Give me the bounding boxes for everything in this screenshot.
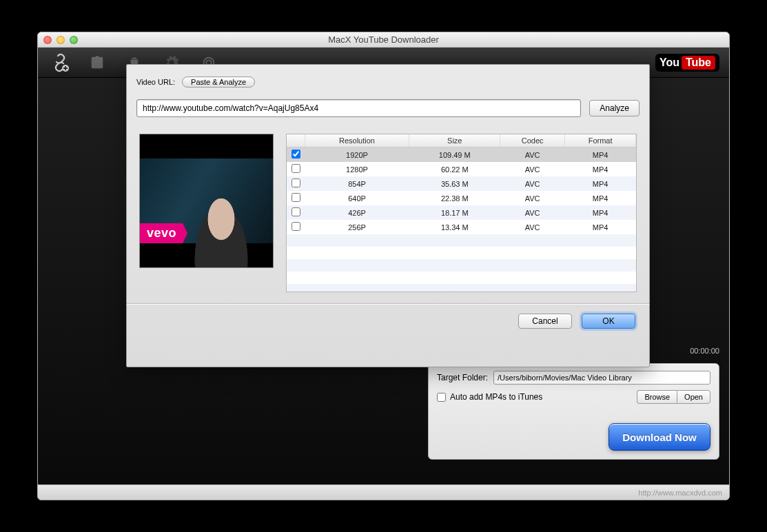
format-table: Resolution Size Codec Format 1920P109.49…	[286, 134, 637, 292]
table-row[interactable]: 426P18.17 MAVCMP4	[287, 205, 636, 220]
add-link-icon[interactable]	[48, 50, 72, 75]
youtube-logo: YouTube	[655, 54, 719, 72]
close-icon[interactable]	[43, 36, 52, 44]
traffic-lights	[43, 36, 78, 44]
cell-codec: AVC	[500, 162, 565, 176]
cell-resolution: 640P	[305, 191, 409, 205]
cell-format: MP4	[565, 147, 636, 163]
paste-icon[interactable]	[85, 50, 110, 75]
cancel-button[interactable]: Cancel	[518, 314, 572, 329]
browse-button[interactable]: Browse	[637, 390, 677, 404]
footer: http://www.macxdvd.com	[38, 484, 729, 500]
youtube-logo-suffix: Tube	[682, 56, 715, 70]
window-title: MacX YouTube Downloader	[328, 34, 439, 45]
titlebar: MacX YouTube Downloader	[38, 32, 729, 48]
video-url-label: Video URL:	[136, 78, 175, 86]
open-button[interactable]: Open	[677, 390, 710, 404]
zoom-icon[interactable]	[70, 36, 78, 44]
footer-url: http://www.macxdvd.com	[638, 489, 722, 497]
table-row[interactable]: 256P13.34 MAVCMP4	[287, 220, 636, 234]
table-row[interactable]: 1920P109.49 MAVCMP4	[287, 147, 636, 163]
app-window: MacX YouTube Downloader YouTube 00:00:00	[37, 32, 730, 500]
video-thumbnail: vevo	[139, 134, 274, 268]
url-input[interactable]	[136, 99, 581, 117]
cell-resolution: 1920P	[305, 147, 409, 163]
youtube-logo-prefix: You	[659, 57, 679, 69]
target-folder-input[interactable]	[493, 371, 710, 385]
row-checkbox[interactable]	[292, 193, 300, 202]
cell-codec: AVC	[500, 191, 565, 205]
cell-size: 13.34 M	[409, 220, 500, 234]
cell-format: MP4	[565, 205, 636, 220]
analyze-dialog: Video URL: Paste & Analyze Analyze vevo …	[126, 64, 650, 367]
cell-format: MP4	[565, 162, 636, 176]
row-checkbox[interactable]	[292, 164, 300, 173]
row-checkbox[interactable]	[292, 207, 300, 216]
cell-size: 22.38 M	[409, 191, 500, 205]
auto-itunes-checkbox[interactable]	[437, 393, 446, 402]
cell-format: MP4	[565, 176, 636, 191]
auto-itunes-label: Auto add MP4s to iTunes	[450, 392, 542, 402]
minimize-icon[interactable]	[57, 36, 65, 44]
row-checkbox[interactable]	[292, 178, 300, 187]
table-row[interactable]: 854P35.63 MAVCMP4	[287, 176, 636, 191]
timecode: 00:00:00	[690, 347, 719, 355]
col-resolution: Resolution	[305, 134, 409, 147]
cell-codec: AVC	[500, 147, 565, 163]
table-row[interactable]: 640P22.38 MAVCMP4	[287, 191, 636, 205]
download-now-button[interactable]: Download Now	[609, 423, 710, 451]
cell-size: 18.17 M	[409, 205, 500, 220]
cell-codec: AVC	[500, 176, 565, 191]
col-size: Size	[409, 134, 500, 147]
analyze-button[interactable]: Analyze	[589, 100, 640, 116]
cell-codec: AVC	[500, 220, 565, 234]
cell-codec: AVC	[500, 205, 565, 220]
col-format: Format	[565, 134, 636, 147]
cell-size: 109.49 M	[409, 147, 500, 163]
target-panel: Target Folder: Auto add MP4s to iTunes B…	[428, 363, 719, 460]
ok-button[interactable]: OK	[582, 314, 635, 329]
paste-analyze-button[interactable]: Paste & Analyze	[182, 76, 255, 88]
cell-format: MP4	[565, 191, 636, 205]
vevo-badge: vevo	[140, 223, 187, 243]
cell-resolution: 854P	[305, 176, 409, 191]
cell-size: 60.22 M	[409, 162, 500, 176]
row-checkbox[interactable]	[292, 150, 300, 158]
row-checkbox[interactable]	[292, 222, 300, 231]
cell-resolution: 256P	[305, 220, 409, 234]
cell-size: 35.63 M	[409, 176, 500, 191]
cell-format: MP4	[565, 220, 636, 234]
target-folder-label: Target Folder:	[437, 373, 488, 382]
col-codec: Codec	[500, 134, 565, 147]
cell-resolution: 1280P	[305, 162, 409, 176]
table-row[interactable]: 1280P60.22 MAVCMP4	[287, 162, 636, 176]
cell-resolution: 426P	[305, 205, 409, 220]
